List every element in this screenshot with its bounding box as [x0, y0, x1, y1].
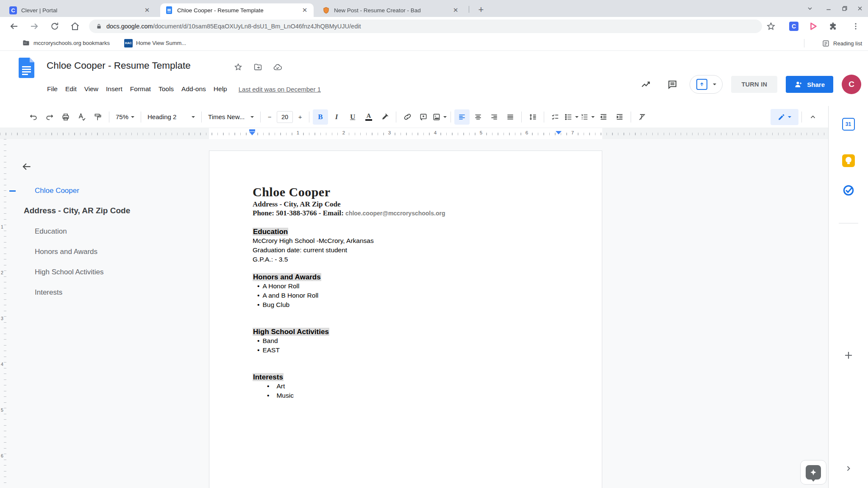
menu-format[interactable]: Format — [126, 83, 155, 95]
account-avatar[interactable]: C — [842, 75, 861, 94]
restore-window-icon[interactable] — [837, 3, 852, 14]
document-title[interactable]: Chloe Cooper - Resume Template — [47, 60, 191, 71]
share-button[interactable]: Share — [786, 76, 833, 93]
underline-button[interactable]: U — [345, 109, 360, 125]
home-icon[interactable] — [69, 20, 81, 33]
menu-addons[interactable]: Add-ons — [178, 83, 210, 95]
tab-search-chevron-icon[interactable] — [803, 3, 817, 14]
left-indent-marker[interactable] — [249, 132, 255, 135]
align-left-button[interactable] — [454, 109, 470, 125]
increase-font-size-button[interactable]: + — [295, 109, 306, 125]
share-label: Share — [807, 81, 825, 88]
back-icon[interactable] — [8, 20, 20, 33]
spellcheck-icon[interactable] — [74, 109, 89, 125]
insert-link-icon[interactable] — [400, 109, 415, 125]
close-outline-arrow-icon[interactable] — [19, 159, 34, 174]
address-bar[interactable]: docs.google.com/document/d/10sam85EqaOXU… — [89, 20, 762, 33]
decrease-indent-icon[interactable] — [596, 109, 611, 125]
reading-list-button[interactable]: Reading list — [822, 36, 862, 51]
align-right-button[interactable] — [487, 109, 502, 125]
document-stats-icon[interactable] — [637, 75, 655, 93]
font-family-select[interactable]: Times New... — [205, 109, 257, 125]
menu-insert[interactable]: Insert — [102, 83, 126, 95]
insert-image-icon[interactable] — [432, 109, 447, 125]
menu-file[interactable]: File — [43, 83, 61, 95]
justify-button[interactable] — [503, 109, 518, 125]
clear-formatting-icon[interactable] — [634, 109, 650, 125]
bookmarks-separator — [804, 39, 804, 47]
reload-icon[interactable] — [48, 20, 61, 33]
tab-close-icon[interactable]: ✕ — [452, 6, 459, 14]
vruler-number: 5 — [1, 407, 3, 413]
ruler-number: 1 — [295, 130, 301, 135]
explore-button[interactable] — [800, 460, 826, 485]
horizontal-ruler[interactable]: 1 2 3 4 5 6 7 — [0, 128, 828, 139]
google-docs-logo[interactable] — [19, 58, 34, 78]
menu-view[interactable]: View — [81, 83, 102, 95]
last-edit-link[interactable]: Last edit was on December 1 — [239, 86, 321, 93]
print-icon[interactable] — [58, 109, 73, 125]
tab-resume-template[interactable]: Chloe Cooper - Resume Template ✕ — [160, 3, 314, 17]
pink-extension-icon[interactable] — [807, 20, 820, 33]
add-comment-icon[interactable] — [416, 109, 431, 125]
get-addons-plus-icon[interactable] — [843, 350, 854, 360]
tab-close-icon[interactable]: ✕ — [143, 6, 151, 14]
text-color-button[interactable]: A — [361, 109, 376, 125]
checklist-button[interactable] — [548, 109, 563, 125]
close-window-icon[interactable] — [853, 3, 867, 14]
highlight-color-icon[interactable] — [377, 109, 392, 125]
zoom-select[interactable]: 75% — [112, 109, 138, 125]
undo-icon[interactable] — [26, 109, 41, 125]
font-size-input[interactable]: 20 — [277, 111, 293, 123]
tab-clever-portal[interactable]: C Clever | Portal ✕ — [4, 3, 156, 17]
minimize-window-icon[interactable] — [821, 3, 836, 14]
editing-mode-button[interactable] — [771, 109, 798, 125]
extensions-puzzle-icon[interactable] — [826, 20, 839, 33]
decrease-font-size-button[interactable]: − — [264, 109, 275, 125]
outline-item-chloe-cooper[interactable]: Chloe Cooper — [35, 187, 79, 195]
bold-button[interactable]: B — [313, 109, 328, 125]
ruler-number: 7 — [570, 130, 576, 135]
menu-edit[interactable]: Edit — [61, 83, 81, 95]
outline-item-interests[interactable]: Interests — [35, 288, 62, 297]
new-tab-button[interactable]: + — [475, 3, 487, 16]
bookmark-folder[interactable]: mccroryschools.org bookmarks — [18, 39, 114, 47]
line-spacing-icon[interactable] — [525, 109, 540, 125]
google-keep-icon[interactable] — [841, 153, 856, 168]
cloud-saved-icon[interactable] — [273, 63, 282, 72]
menu-help[interactable]: Help — [210, 83, 231, 95]
tab-resume-creator[interactable]: New Post - Resume Creator - Bad ✕ — [317, 3, 465, 17]
bulleted-list-button[interactable] — [564, 109, 579, 125]
browser-menu-icon[interactable] — [849, 20, 862, 33]
right-indent-marker[interactable] — [556, 131, 562, 134]
comments-icon[interactable] — [663, 75, 681, 93]
paint-format-icon[interactable] — [90, 109, 106, 125]
turn-in-button[interactable]: TURN IN — [731, 76, 777, 93]
increase-indent-icon[interactable] — [612, 109, 627, 125]
first-line-indent-marker[interactable] — [249, 129, 255, 131]
document-page[interactable]: Chloe Cooper Address - City, AR Zip Code… — [209, 151, 602, 488]
outline-item-activities[interactable]: High School Activities — [35, 268, 104, 276]
hide-side-panel-chevron-icon[interactable] — [844, 464, 853, 473]
collapse-toolbar-icon[interactable] — [805, 109, 821, 125]
star-document-icon[interactable] — [234, 63, 242, 71]
italic-button[interactable]: I — [329, 109, 344, 125]
present-button[interactable] — [690, 75, 723, 94]
align-center-button[interactable] — [470, 109, 486, 125]
numbered-list-button[interactable] — [580, 109, 595, 125]
paragraph-style-select[interactable]: Heading 2 — [144, 109, 198, 125]
tab-close-icon[interactable]: ✕ — [301, 6, 309, 14]
document-outline-panel: Chloe Cooper Address - City, AR Zip Code… — [8, 139, 208, 488]
redo-icon[interactable] — [42, 109, 57, 125]
bookmark-star-icon[interactable] — [765, 20, 777, 33]
outline-item-honors[interactable]: Honors and Awards — [35, 248, 97, 256]
outline-item-address[interactable]: Address - City, AR Zip Code — [24, 206, 130, 215]
bookmark-hac[interactable]: HAC Home View Summ... — [120, 39, 190, 47]
move-to-folder-icon[interactable] — [253, 63, 262, 72]
google-tasks-icon[interactable] — [841, 183, 856, 198]
clever-extension-icon[interactable]: C — [787, 20, 800, 33]
forward-icon[interactable] — [28, 20, 41, 33]
google-calendar-icon[interactable]: 31 — [841, 117, 856, 131]
outline-item-education[interactable]: Education — [35, 227, 67, 236]
menu-tools[interactable]: Tools — [155, 83, 178, 95]
